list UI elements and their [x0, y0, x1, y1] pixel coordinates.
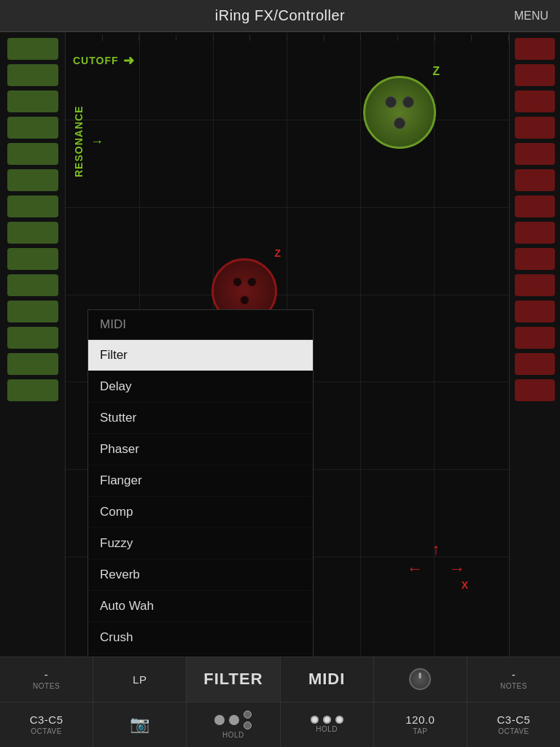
right-pad-3[interactable]	[515, 90, 555, 112]
tick-bar	[66, 32, 509, 41]
hold-right-dots	[311, 716, 343, 724]
hold-dot-lg-2	[229, 715, 239, 725]
left-pad-9[interactable]	[7, 248, 58, 270]
x-right-arrow-icon: →	[449, 560, 465, 578]
octave-right-label: OCTAVE	[498, 727, 529, 735]
camera-icon: 📷	[130, 715, 149, 734]
left-pad-10[interactable]	[7, 274, 58, 296]
resonance-arrow-icon: ↓	[89, 138, 104, 145]
camera-button[interactable]: 📷	[93, 703, 187, 748]
left-pad-4[interactable]	[7, 117, 58, 139]
dropdown-item-reverb[interactable]: Reverb	[88, 560, 313, 591]
main-area: CUTOFF ➜ ↓ RESONANCE ↑ ←	[0, 32, 560, 657]
cutoff-label: CUTOFF ➜	[73, 53, 135, 69]
right-pad-4[interactable]	[515, 117, 555, 139]
xz-axis-indicator: ↑ ← → X	[407, 540, 465, 598]
right-pad-7[interactable]	[515, 196, 555, 217]
octave-left-value: C3-C5	[30, 713, 63, 726]
hold-right-button[interactable]: HOLD	[281, 703, 374, 748]
left-pad-11[interactable]	[7, 301, 58, 322]
notes-left-label: NOTES	[33, 682, 60, 690]
left-pad-8[interactable]	[7, 222, 58, 244]
dropdown-menu[interactable]: MIDI Filter Delay Stutter Phaser Flanger…	[88, 309, 314, 657]
hold-left-dots	[214, 711, 252, 729]
dropdown-item-filter[interactable]: Filter	[88, 340, 313, 371]
filter-button[interactable]: FILTER	[187, 657, 280, 702]
center-canvas[interactable]: CUTOFF ➜ ↓ RESONANCE ↑ ←	[66, 32, 509, 657]
tap-label: TAP	[413, 727, 427, 735]
right-pad-13[interactable]	[515, 353, 555, 375]
footer: - NOTES LP FILTER MIDI - NOTES C3-C5 OCT…	[0, 657, 560, 747]
notes-right-button[interactable]: - NOTES	[467, 657, 560, 702]
hold-left-button[interactable]: HOLD	[187, 703, 280, 748]
x-axis-label: X	[462, 579, 468, 591]
left-pad-12[interactable]	[7, 327, 58, 349]
dot-2	[402, 96, 414, 108]
midi-label: MIDI	[308, 670, 345, 689]
left-pad-2[interactable]	[7, 64, 58, 86]
green-ring-controller[interactable]	[363, 76, 436, 149]
hold-dot-r1	[311, 716, 319, 724]
red-ring-dots	[228, 275, 260, 307]
menu-button[interactable]: MENU	[514, 9, 548, 23]
right-pad-10[interactable]	[515, 274, 555, 296]
dropdown-item-phaser[interactable]: Phaser	[88, 434, 313, 465]
right-pad-14[interactable]	[515, 379, 555, 401]
notes-left-button[interactable]: - NOTES	[0, 657, 93, 702]
hold-dot-lg-1	[214, 715, 225, 725]
hold-dot-sm-2	[244, 721, 252, 729]
z-up-arrow-icon: ↑	[432, 540, 440, 559]
right-pad-1[interactable]	[515, 38, 555, 60]
octave-left-button[interactable]: C3-C5 OCTAVE	[0, 703, 93, 748]
octave-right-button[interactable]: C3-C5 OCTAVE	[467, 703, 560, 748]
notes-right-label: NOTES	[500, 682, 527, 690]
right-pad-6[interactable]	[515, 169, 555, 191]
dropdown-item-stutter[interactable]: Stutter	[88, 403, 313, 434]
filter-label: FILTER	[203, 670, 262, 689]
right-pad-5[interactable]	[515, 143, 555, 165]
midi-button[interactable]: MIDI	[281, 657, 374, 702]
dropdown-item-noise[interactable]: Noise	[88, 654, 313, 657]
knob-icon	[409, 668, 431, 690]
dropdown-item-auto-wah[interactable]: Auto Wah	[88, 591, 313, 622]
right-pad-2[interactable]	[515, 64, 555, 86]
lp-button[interactable]: LP	[93, 657, 187, 702]
dot-r1	[233, 277, 242, 287]
dot-1	[385, 96, 397, 108]
right-pad-11[interactable]	[515, 301, 555, 322]
lp-label: LP	[133, 673, 147, 686]
hold-dot-sm-1	[244, 711, 252, 719]
dropdown-item-crush[interactable]: Crush	[88, 622, 313, 654]
green-ring-dots	[381, 94, 418, 131]
left-pad-3[interactable]	[7, 90, 58, 112]
left-pad-6[interactable]	[7, 169, 58, 191]
dropdown-item-delay[interactable]: Delay	[88, 371, 313, 403]
right-pad-9[interactable]	[515, 248, 555, 270]
right-sidebar	[509, 32, 560, 657]
right-pad-8[interactable]	[515, 222, 555, 244]
dot-r3	[240, 295, 249, 305]
hold-dot-r2	[323, 716, 331, 724]
app-title: iRing FX/Controller	[215, 7, 345, 24]
left-pad-13[interactable]	[7, 353, 58, 375]
tap-button[interactable]: 120.0 TAP	[374, 703, 467, 748]
left-sidebar	[0, 32, 66, 657]
tap-value: 120.0	[405, 713, 435, 726]
cutoff-arrow-icon: ➜	[123, 53, 135, 69]
left-pad-7[interactable]	[7, 196, 58, 217]
dropdown-item-flanger[interactable]: Flanger	[88, 465, 313, 497]
x-left-arrow-icon: ←	[407, 560, 423, 578]
hold-dot-r3	[335, 716, 343, 724]
knob-button[interactable]	[374, 657, 467, 702]
left-pad-5[interactable]	[7, 143, 58, 165]
octave-right-value: C3-C5	[497, 713, 531, 726]
left-pad-1[interactable]	[7, 38, 58, 60]
right-pad-12[interactable]	[515, 327, 555, 349]
dropdown-item-comp[interactable]: Comp	[88, 497, 313, 528]
dropdown-item-fuzzy[interactable]: Fuzzy	[88, 528, 313, 560]
notes-left-value: -	[44, 668, 49, 681]
footer-row-1: - NOTES LP FILTER MIDI - NOTES	[0, 657, 560, 703]
left-pad-14[interactable]	[7, 379, 58, 401]
app-header: iRing FX/Controller MENU	[0, 0, 560, 32]
hold-right-label: HOLD	[316, 725, 338, 733]
